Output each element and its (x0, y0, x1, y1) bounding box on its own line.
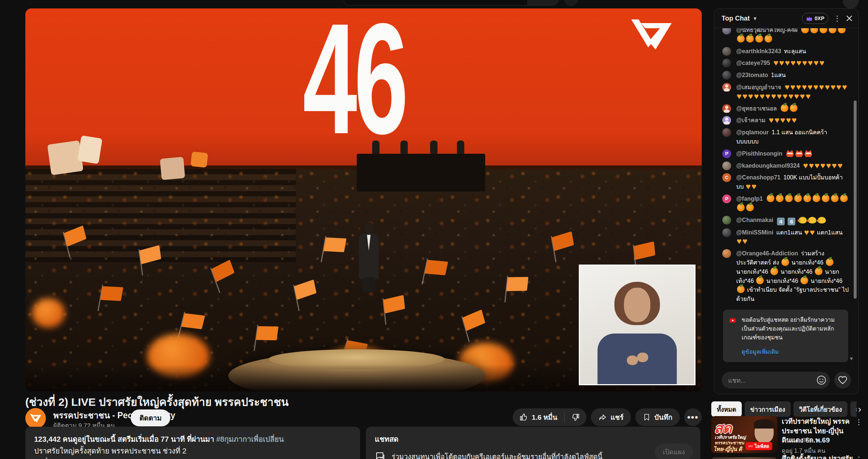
more-actions-button[interactable]: ••• (684, 408, 702, 426)
live-label: ไลฟ์สด (755, 442, 769, 450)
thumb-up-icon (519, 413, 528, 422)
save-label: บันทึก (654, 412, 672, 423)
chat-author: @cateye795 (736, 60, 770, 66)
xp-badge[interactable]: 0XP (802, 13, 828, 24)
foreground-flag-blur (32, 298, 65, 328)
livechat-promo-box: แชทสด ร่วมวงสนทนาเพื่อโต้ตอบกับครีเอเตอร… (366, 427, 700, 459)
watch-stats: 123,442 คนดูอยู่ในขณะนี้ สตรีมเริ่มเมื่อ… (34, 435, 214, 443)
close-chat-icon[interactable] (846, 15, 853, 22)
search-button[interactable] (527, 0, 559, 6)
related-menu-button[interactable]: ⋮ (855, 418, 862, 426)
related-menu-button[interactable]: ⋮ (855, 455, 862, 459)
chat-welcome-notice: ขอต้อนรับสู่แชทสด อย่าลืมรักษาความเป็นส่… (723, 310, 848, 362)
description-box[interactable]: 123,442 คนดูอยู่ในขณะนี้ สตรีมเริ่มเมื่อ… (25, 427, 360, 459)
backdrop-number: 46 (303, 8, 405, 157)
avatar: P (722, 194, 731, 203)
paper-cutout (77, 135, 102, 164)
send-heart-button[interactable] (834, 372, 851, 389)
description-line: ปราศรัยใหญ่ครั้งสุดท้าย พรรคประชาชน ช่วง… (34, 445, 351, 457)
related-video-item[interactable]: สด เวทีปราศรัยใหญ่ พรรคประชาชน ไทย-ญี่ปุ… (711, 416, 862, 454)
livechat-box-title: แชทสด (375, 433, 691, 445)
avatar (722, 249, 731, 258)
profile-avatar[interactable] (843, 0, 859, 9)
related-title[interactable]: ศึกชิงตั้งรัฐบาล ปราศรัยสุดท้าย ใคร (782, 454, 855, 459)
party-logo-small (30, 414, 41, 423)
chat-author: @Orange46-Addiction (736, 250, 798, 256)
chat-author: @Chanmakai (736, 217, 773, 223)
like-button[interactable]: 1.6 หมื่น (513, 412, 564, 423)
chat-message-list[interactable]: ♥♥ @phetradanaksamrit5443จะรอนายกพิธากลั… (714, 28, 858, 367)
subscribe-button[interactable]: ติดตาม (131, 409, 170, 426)
avatar (722, 59, 731, 68)
chat-author: @23tomato (736, 72, 768, 78)
chat-author: @Cenashopp71 (736, 174, 781, 181)
related-thumbnail[interactable] (711, 457, 777, 459)
chat-author: @ยุทธอาเซนอล (736, 105, 777, 112)
chat-header: Top Chat ▼ 0XP ⋮ (714, 9, 858, 28)
filter-chip[interactable]: วิดีโอที่เกี่ยวข้อง (793, 401, 847, 417)
filter-chip[interactable]: ข่าวการเมือง (745, 401, 791, 417)
chat-bubble-icon (375, 451, 386, 459)
save-button[interactable]: บันทึก (635, 408, 680, 426)
dislike-button[interactable] (564, 413, 586, 422)
learn-more-link[interactable]: ดูข้อมูลเพิ่มเติม (742, 347, 842, 356)
search-input[interactable] (343, 0, 527, 6)
chat-placeholder: แชท... (728, 375, 816, 385)
chips-scroll-right-icon[interactable]: › (858, 404, 861, 415)
thumb-line: ไทย-ญี่ปุ่น ดิ (713, 445, 742, 453)
filter-chip[interactable]: ทั้งหมด (711, 401, 742, 417)
chat-message: @kaedoungkamol9324♥♥♥♥♥♥♥ (722, 160, 849, 172)
related-video-item-partial[interactable]: ศึกชิงตั้งรัฐบาล ปราศรัยสุดท้าย ใคร ⋮ (711, 457, 862, 459)
related-filter-chips: ทั้งหมดข่าวการเมืองวิดีโอที่เกี่ยวข้องสำ… (711, 401, 857, 418)
notice-text: ขอต้อนรับสู่แชทสด อย่าลืมรักษาความเป็นส่… (742, 316, 842, 342)
channel-avatar[interactable] (25, 408, 46, 429)
filter-chip[interactable]: สำหรับคุณ (850, 401, 857, 417)
avatar (722, 128, 731, 137)
open-chat-panel-button[interactable]: เปิดแผง (655, 444, 693, 459)
mic-button[interactable] (564, 0, 578, 6)
video-title: (ช่วงที่ 2) LIVE ปราศรัยใหญ่ครั้งสุดท้าย… (25, 395, 429, 409)
chat-input[interactable]: แชท... (722, 372, 830, 389)
thumb-face (755, 421, 774, 443)
chat-scrollbar[interactable] (854, 101, 857, 299)
photographer-riser (357, 154, 485, 192)
avatar (722, 216, 731, 225)
share-label: แชร์ (611, 412, 624, 423)
related-thumbnail[interactable]: สด เวทีปราศรัยใหญ่ พรรคประชาชน ไทย-ญี่ปุ… (711, 416, 777, 453)
chat-author: @PisithInsongin (736, 150, 782, 157)
chat-message: @earthklnk3243ทะลุแสน (722, 45, 849, 58)
party-logo (631, 19, 672, 50)
bookmark-icon (643, 413, 651, 421)
like-count: 1.6 หมื่น (532, 412, 558, 423)
chat-message: P @PisithInsongin (722, 148, 849, 160)
chat-author: @MiniSSMini (736, 229, 773, 236)
like-dislike-group: 1.6 หมื่น (513, 408, 586, 426)
paper-cutout (160, 157, 185, 180)
chat-text (780, 105, 798, 112)
show-more-link[interactable]: ...เพิ่มเติม (34, 457, 351, 459)
video-player[interactable]: 46 (25, 8, 702, 391)
chat-author: @pqlamour (736, 129, 769, 135)
share-button[interactable]: แชร์ (591, 408, 631, 426)
chat-message: @23tomato1แสน (722, 69, 849, 81)
chat-text (785, 150, 813, 157)
broadcast-icon (748, 444, 753, 448)
chat-message: @Chanmakai4 6 (722, 214, 849, 227)
share-icon (598, 413, 607, 422)
chat-menu-button[interactable]: ⋮ (834, 14, 841, 23)
chat-message: @Orange46-Addictionร่วมสร้างประวัติศาสตร… (722, 248, 849, 305)
thumb-down-icon (571, 413, 580, 422)
chat-message: @เสมอบุญอำนาจ♥♥♥♥♥♥♥♥♥♥♥♥♥♥♥♥♥♥♥♥♥♥♥♥ (722, 81, 849, 103)
scroll-down-arrow[interactable]: ▼ (849, 356, 854, 361)
emoji-picker-icon[interactable] (816, 375, 827, 386)
related-channel[interactable]: Friends Talk (782, 437, 813, 444)
chat-text: ทะลุแสน (784, 48, 806, 54)
hashtag-link[interactable]: #8กุมภากาเพื่อเปลี่ยน (216, 435, 284, 443)
chat-text: ♥♥♥♥♥♥♥♥♥ (773, 60, 825, 66)
avatar (722, 47, 731, 56)
chat-message: @pqlamour1.1 แสน ออแกนิคคร้าบบบบบบ (722, 127, 849, 148)
chat-mode-label: Top Chat (722, 15, 750, 22)
chat-mode-dropdown[interactable]: Top Chat ▼ (722, 15, 758, 22)
chat-message: @นัทธวุฒินาคใหญ่-ค4ผ (722, 28, 849, 45)
sign-language-interpreter (579, 265, 696, 385)
